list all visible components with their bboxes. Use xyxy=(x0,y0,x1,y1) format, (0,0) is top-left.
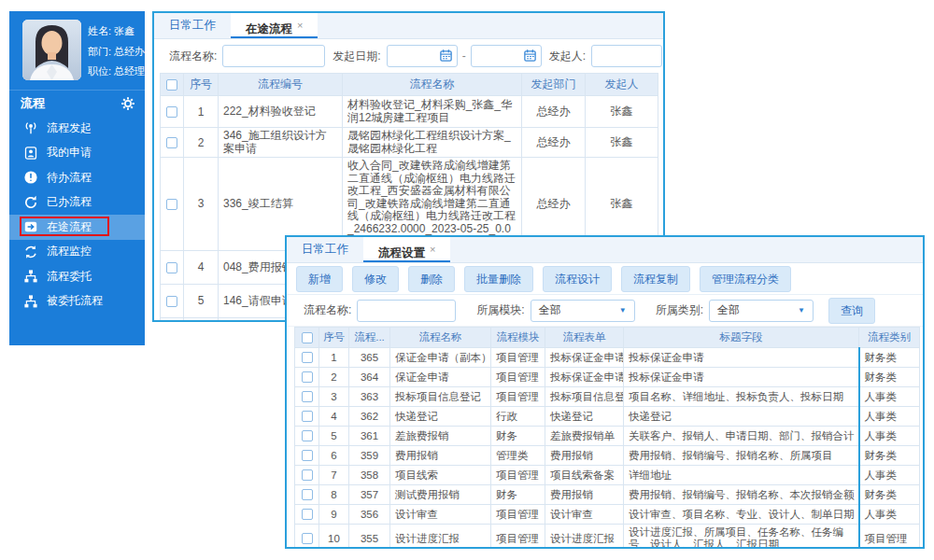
select-all-cell xyxy=(295,328,319,348)
sitemap-icon xyxy=(23,269,38,284)
redo-icon xyxy=(23,195,38,210)
tab-bar: 日常工作 在途流程× xyxy=(154,13,663,39)
desktop: 姓名: 张鑫 部门: 总经办 职位: 总经理 流程 流程发起 xyxy=(0,0,934,560)
row-checkbox[interactable] xyxy=(302,450,313,461)
tab-bar: 日常工作 流程设置× xyxy=(287,237,923,263)
select-all-cell xyxy=(161,74,184,96)
in-transit-icon xyxy=(23,219,38,234)
sidebar-item-flow-delegate[interactable]: 流程委托 xyxy=(9,264,145,289)
tab-flow-settings[interactable]: 流程设置× xyxy=(363,237,450,262)
sidebar-item-label: 被委托流程 xyxy=(47,293,103,309)
sidebar-item-done-flows[interactable]: 已办流程 xyxy=(9,190,145,216)
table-header-row: 序号 流程编号 流程名称 发起部门 发起人 xyxy=(161,74,658,96)
row-checkbox[interactable] xyxy=(302,411,313,422)
user-sidebar-panel: 姓名: 张鑫 部门: 总经办 职位: 总经理 流程 流程发起 xyxy=(9,11,145,345)
table-row: 9 356 设计审查 项目管理 设计审查 设计审查、项目名称、专业、设计人、制单… xyxy=(295,505,920,525)
table-row: 5 361 差旅费报销 财务 差旅费报销单 关联客户、报销人、申请日期、部门、报… xyxy=(295,427,920,446)
row-checkbox[interactable] xyxy=(302,430,313,441)
col-flow-code: 流程... xyxy=(349,328,390,348)
sidebar-item-my-applications[interactable]: 我的申请 xyxy=(9,141,145,166)
row-checkbox[interactable] xyxy=(302,509,313,520)
sidebar-item-label: 流程发起 xyxy=(47,120,92,136)
filter-bar: 流程名称: 所属模块: 全部 ▼ 所属类别: 全部 ▼ 查询 xyxy=(287,295,923,327)
col-dept: 发起部门 xyxy=(522,74,586,96)
row-checkbox[interactable] xyxy=(166,199,177,210)
flow-name-input[interactable] xyxy=(357,300,456,322)
sidebar-item-flow-monitor[interactable]: 流程监控 xyxy=(9,240,145,265)
start-date-to xyxy=(471,45,542,67)
tab-label: 流程设置 xyxy=(378,246,425,259)
date-range-separator: - xyxy=(462,49,466,63)
calendar-icon[interactable] xyxy=(523,49,537,63)
batch-delete-button[interactable]: 批量删除 xyxy=(464,266,533,292)
start-date-label: 发起日期: xyxy=(333,49,380,64)
tab-daily-work[interactable]: 日常工作 xyxy=(287,237,363,262)
col-flow-category: 流程类别 xyxy=(859,328,920,348)
table-row: 7 358 项目线索 项目管理 项目线索备案 详细地址 人事类 xyxy=(295,466,920,485)
initiator-label: 发起人: xyxy=(549,49,586,64)
tab-in-transit-flows[interactable]: 在途流程× xyxy=(231,13,318,38)
sidebar-item-in-transit-flows[interactable]: 在途流程 xyxy=(9,215,145,240)
module-select[interactable]: 全部 ▼ xyxy=(531,300,635,322)
col-flow-name: 流程名称 xyxy=(390,328,491,348)
flow-name-input[interactable] xyxy=(222,45,325,67)
col-flow-code: 流程编号 xyxy=(219,74,343,96)
category-select[interactable]: 全部 ▼ xyxy=(709,300,814,322)
sidebar-item-label: 在途流程 xyxy=(47,219,92,235)
sidebar-item-todo-flows[interactable]: 待办流程 xyxy=(9,165,145,190)
sidebar-item-delegated-flows[interactable]: 被委托流程 xyxy=(9,289,145,315)
calendar-icon[interactable] xyxy=(439,49,453,63)
table-row: 3 363 投标项目信息登记 项目管理 投标项目信息登记 项目名称、详细地址、投… xyxy=(295,387,920,407)
table-row: 2 346_施工组织设计方案申请 晟铭园林绿化工程组织设计方案_晟铭园林绿化工程… xyxy=(161,128,658,158)
sidebar-item-label: 流程委托 xyxy=(47,269,92,285)
manage-flow-category-button[interactable]: 管理流程分类 xyxy=(700,266,791,292)
edit-button[interactable]: 修改 xyxy=(352,266,399,292)
search-button[interactable]: 查询 xyxy=(828,298,875,324)
col-flow-module: 流程模块 xyxy=(491,328,545,348)
flow-copy-button[interactable]: 流程复制 xyxy=(621,266,690,292)
sidebar-header-label: 流程 xyxy=(21,95,45,112)
row-checkbox[interactable] xyxy=(302,371,313,383)
col-flow-name: 流程名称 xyxy=(343,74,522,96)
delete-button[interactable]: 删除 xyxy=(408,266,455,292)
flow-design-button[interactable]: 流程设计 xyxy=(543,266,612,292)
row-checkbox[interactable] xyxy=(166,262,177,273)
table-row: 4 362 快递登记 行政 快递登记 快递登记 人事类 xyxy=(295,407,920,427)
row-checkbox[interactable] xyxy=(302,489,313,500)
sitemap-icon xyxy=(23,294,38,309)
avatar xyxy=(22,20,81,80)
sidebar-item-flow-start[interactable]: 流程发起 xyxy=(9,116,145,141)
close-icon[interactable]: × xyxy=(430,244,435,255)
row-checkbox[interactable] xyxy=(166,296,177,307)
tab-label: 在途流程 xyxy=(246,22,292,35)
user-name: 姓名: 张鑫 xyxy=(88,21,145,42)
table-row: 8 357 测试费用报销 财务 费用报销 费用报销、报销编号、报销名称、本次报销… xyxy=(295,485,920,505)
filter-bar: 流程名称: 发起日期: - xyxy=(154,39,663,73)
row-checkbox[interactable] xyxy=(302,352,313,363)
row-checkbox[interactable] xyxy=(302,391,313,402)
table-header-row: 序号 流程... 流程名称 流程模块 流程表单 标题字段 流程类别 xyxy=(295,328,920,348)
close-icon[interactable]: × xyxy=(297,20,303,31)
category-select-value: 全部 xyxy=(717,302,740,318)
table-row: 6 359 费用报销 管理类 费用报销 费用报销、报销编号、报销名称、所属项目 … xyxy=(295,446,920,466)
col-initiator: 发起人 xyxy=(586,74,658,96)
row-checkbox[interactable] xyxy=(166,137,177,148)
select-all-checkbox[interactable] xyxy=(166,79,177,91)
gear-icon[interactable] xyxy=(120,96,135,111)
select-all-checkbox[interactable] xyxy=(302,332,313,343)
col-flow-form: 流程表单 xyxy=(545,328,624,348)
row-checkbox[interactable] xyxy=(302,469,313,481)
user-profile: 姓名: 张鑫 部门: 总经办 职位: 总经理 xyxy=(9,11,145,90)
row-checkbox[interactable] xyxy=(302,533,313,544)
table-row: 1 222_材料验收登记 材料验收登记_材料采购_张鑫_华润12城房建工程项目 … xyxy=(161,96,658,128)
sidebar-item-label: 流程监控 xyxy=(47,244,92,259)
tab-daily-work[interactable]: 日常工作 xyxy=(154,13,231,38)
initiator-input[interactable] xyxy=(591,45,662,67)
user-department: 部门: 总经办 xyxy=(88,42,145,63)
module-label: 所属模块: xyxy=(476,302,524,318)
row-checkbox[interactable] xyxy=(166,106,177,118)
sidebar-item-label: 我的申请 xyxy=(47,145,92,161)
sync-icon xyxy=(23,245,38,259)
add-button[interactable]: 新增 xyxy=(296,266,343,292)
table-row: 2 364 保证金申请 项目管理 投标保证金申请 投标保证金申请 财务类 xyxy=(295,368,920,387)
